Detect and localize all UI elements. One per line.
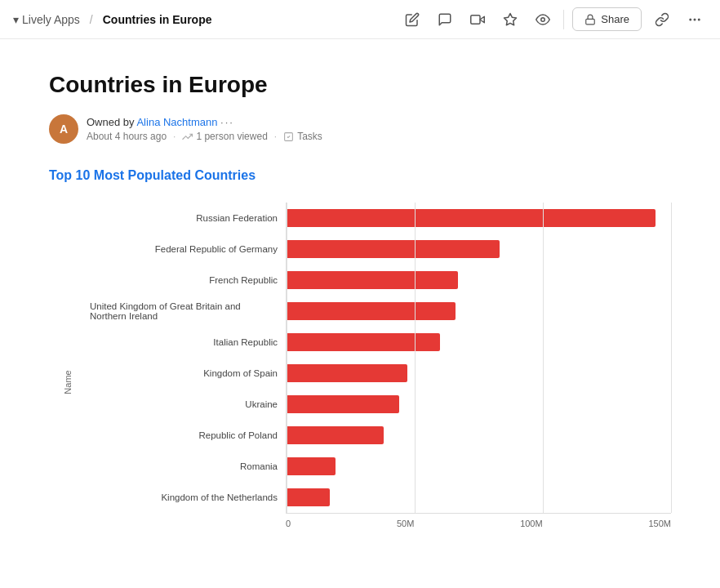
views-item: 1 person viewed <box>182 131 267 142</box>
chart-bar <box>287 302 456 320</box>
meta-dot-2: · <box>274 131 277 142</box>
chart-label: Romania <box>90 451 286 482</box>
video-icon-button[interactable] <box>465 7 490 32</box>
top-navigation: ▾ Lively Apps / Countries in Europe <box>0 0 720 39</box>
views-label: 1 person viewed <box>196 131 267 142</box>
chart-label: Kingdom of Spain <box>90 358 286 389</box>
grid-line-100m <box>543 203 544 513</box>
chart-bar <box>287 488 330 506</box>
chart-bar <box>287 426 384 444</box>
svg-marker-0 <box>480 16 484 23</box>
chart-bar <box>287 364 407 382</box>
tasks-icon <box>283 131 294 142</box>
edit-icon-button[interactable] <box>400 7 424 32</box>
chart-row <box>287 358 671 389</box>
chart-label: French Republic <box>90 265 286 296</box>
chart-label: Federal Republic of Germany <box>90 234 286 265</box>
time-label: About 4 hours ago <box>87 131 167 142</box>
eye-icon-button[interactable] <box>531 7 555 32</box>
meta-ellipsis[interactable]: ··· <box>220 116 234 128</box>
chart-label: Russian Federation <box>90 203 286 234</box>
svg-point-7 <box>699 19 700 20</box>
svg-rect-1 <box>471 15 480 24</box>
nav-breadcrumb: ▾ Lively Apps / Countries in Europe <box>13 13 212 26</box>
grid-line-0 <box>287 203 287 513</box>
svg-point-6 <box>694 19 696 20</box>
chart-bar <box>287 240 500 258</box>
grid-line-150m <box>671 203 672 513</box>
chart-label: Republic of Poland <box>90 420 286 451</box>
chart-row <box>287 234 671 265</box>
chart-row <box>287 265 671 296</box>
chart-row <box>287 203 671 234</box>
chevron-down-icon: ▾ <box>13 13 19 26</box>
chart-container: Name Russian FederationFederal Republic … <box>49 203 671 561</box>
breadcrumb-separator: / <box>90 13 93 26</box>
chart-bar <box>287 395 399 413</box>
owned-by-label: Owned by <box>87 116 135 128</box>
owner-line: Owned by Alina Nachtmann ··· <box>87 116 322 128</box>
app-name-label: Lively Apps <box>22 13 80 26</box>
meta-dot-1: · <box>173 131 176 142</box>
tasks-item[interactable]: Tasks <box>283 131 322 142</box>
x-label-50m: 50M <box>397 519 414 528</box>
chart-bar <box>287 457 336 475</box>
chart-row <box>287 451 671 482</box>
section-title: Top 10 Most Populated Countries <box>49 168 671 183</box>
chart-label: United Kingdom of Great Britain and Nort… <box>90 296 286 327</box>
nav-divider <box>563 10 564 29</box>
chart-label: Kingdom of the Netherlands <box>90 482 286 513</box>
grid-line-50m <box>415 203 416 513</box>
chart-row <box>287 389 671 420</box>
svg-rect-4 <box>586 19 595 24</box>
nav-app-link[interactable]: ▾ Lively Apps <box>13 13 80 26</box>
svg-marker-2 <box>504 13 517 24</box>
share-label: Share <box>601 13 629 25</box>
chart-bar <box>287 209 656 227</box>
chart-x-axis: 0 50M 100M 150M <box>286 519 671 528</box>
svg-point-3 <box>541 17 545 21</box>
chart-label: Italian Republic <box>90 327 286 358</box>
meta-row: A Owned by Alina Nachtmann ··· About 4 h… <box>49 114 671 144</box>
page-title: Countries in Europe <box>49 72 671 98</box>
more-options-button[interactable] <box>682 7 707 32</box>
lock-icon <box>584 14 596 25</box>
chart-bar <box>287 333 440 351</box>
chart-label: Ukraine <box>90 389 286 420</box>
nav-actions: Share <box>400 7 707 32</box>
meta-info: Owned by Alina Nachtmann ··· About 4 hou… <box>87 116 322 142</box>
avatar: A <box>49 114 78 144</box>
chart-row <box>287 482 671 513</box>
chart-y-label: Name <box>63 370 73 394</box>
chart-bar <box>287 271 458 289</box>
tasks-label: Tasks <box>297 131 322 142</box>
comment-icon-button[interactable] <box>433 7 457 32</box>
chart-row <box>287 296 671 327</box>
star-icon-button[interactable] <box>498 7 522 32</box>
svg-point-5 <box>690 19 691 20</box>
trending-up-icon <box>182 131 193 142</box>
link-icon-button[interactable] <box>650 7 674 32</box>
x-label-150m: 150M <box>648 519 671 528</box>
chart-labels-column: Russian FederationFederal Republic of Ge… <box>90 203 286 514</box>
chart-row <box>287 327 671 358</box>
x-label-0: 0 <box>286 519 291 528</box>
chart-bars-area <box>286 203 671 514</box>
main-content: Countries in Europe A Owned by Alina Nac… <box>0 39 720 588</box>
chart-row <box>287 420 671 451</box>
share-button[interactable]: Share <box>572 7 642 31</box>
breadcrumb-page-title: Countries in Europe <box>103 13 212 26</box>
x-label-100m: 100M <box>520 519 543 528</box>
meta-subline: About 4 hours ago · 1 person viewed · Ta… <box>87 131 322 142</box>
owner-name-link[interactable]: Alina Nachtmann <box>136 116 217 128</box>
